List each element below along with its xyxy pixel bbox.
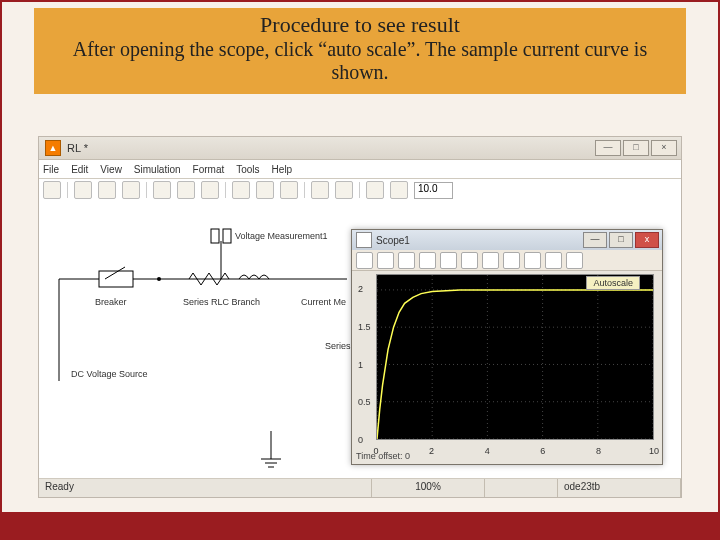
menu-file[interactable]: File — [43, 164, 59, 175]
status-bar: Ready 100% ode23tb — [39, 478, 681, 497]
zoomy-icon[interactable] — [440, 252, 457, 269]
title-line2: After opening the scope, click “auto sca… — [44, 38, 676, 84]
maximize-button[interactable]: □ — [623, 140, 649, 156]
block-dc-source[interactable]: DC Voltage Source — [71, 369, 148, 379]
restore-icon[interactable] — [503, 252, 520, 269]
x-tick: 6 — [540, 446, 545, 456]
print-icon[interactable] — [122, 181, 140, 199]
signal-select-icon[interactable] — [566, 252, 583, 269]
browser-icon[interactable] — [311, 181, 329, 199]
menu-help[interactable]: Help — [272, 164, 293, 175]
model-canvas[interactable]: Voltage Measurement1 Breaker Series RLC … — [39, 201, 681, 479]
autoscale-icon[interactable] — [461, 252, 478, 269]
menu-edit[interactable]: Edit — [71, 164, 88, 175]
y-tick: 0.5 — [358, 397, 371, 407]
cut-icon[interactable] — [153, 181, 171, 199]
scope-minimize-button[interactable]: — — [583, 232, 607, 248]
window-titlebar[interactable]: ▲ RL * — □ × — [39, 137, 681, 160]
autoscale-tooltip: Autoscale — [586, 276, 640, 290]
scope-maximize-button[interactable]: □ — [609, 232, 633, 248]
y-tick: 0 — [358, 435, 363, 445]
block-series[interactable]: Series — [325, 341, 351, 351]
menu-tools[interactable]: Tools — [236, 164, 259, 175]
save-scope-icon[interactable] — [482, 252, 499, 269]
block-voltage-measurement[interactable]: Voltage Measurement1 — [235, 231, 328, 241]
scope-icon — [356, 232, 372, 248]
x-tick: 8 — [596, 446, 601, 456]
svg-point-3 — [157, 277, 161, 281]
scope-close-button[interactable]: x — [635, 232, 659, 248]
model-explorer-icon[interactable] — [335, 181, 353, 199]
scope-plot[interactable] — [376, 274, 654, 440]
scope-time-offset: Time offset: 0 — [356, 451, 410, 461]
new-icon[interactable] — [43, 181, 61, 199]
block-breaker[interactable]: Breaker — [95, 297, 127, 307]
x-tick: 4 — [485, 446, 490, 456]
status-zoom: 100% — [372, 479, 485, 497]
open-icon[interactable] — [74, 181, 92, 199]
x-tick: 2 — [429, 446, 434, 456]
svg-rect-1 — [99, 271, 133, 287]
up-icon[interactable] — [280, 181, 298, 199]
y-tick: 1 — [358, 360, 363, 370]
scope-titlebar[interactable]: Scope1 — □ x — [352, 230, 662, 250]
close-button[interactable]: × — [651, 140, 677, 156]
window-title: RL * — [67, 142, 88, 154]
x-tick: 0 — [373, 446, 378, 456]
slide-title: Procedure to see result After opening th… — [34, 8, 686, 94]
back-icon[interactable] — [232, 181, 250, 199]
scope-window[interactable]: Scope1 — □ x — [351, 229, 663, 465]
paste-icon[interactable] — [201, 181, 219, 199]
copy-icon[interactable] — [177, 181, 195, 199]
menu-simulation[interactable]: Simulation — [134, 164, 181, 175]
menu-view[interactable]: View — [100, 164, 122, 175]
float-icon[interactable] — [524, 252, 541, 269]
svg-rect-6 — [223, 229, 231, 243]
simulink-window: ▲ RL * — □ × File Edit View Simulation F… — [38, 136, 682, 498]
block-rlc[interactable]: Series RLC Branch — [183, 297, 260, 307]
toolbar: 10.0 — [39, 179, 681, 202]
params-icon[interactable] — [377, 252, 394, 269]
scope-title: Scope1 — [376, 235, 410, 246]
plot-svg — [377, 275, 653, 439]
save-icon[interactable] — [98, 181, 116, 199]
minimize-button[interactable]: — — [595, 140, 621, 156]
menu-bar: File Edit View Simulation Format Tools H… — [39, 160, 681, 179]
slide-footer — [2, 512, 718, 538]
print-icon[interactable] — [356, 252, 373, 269]
run-icon[interactable] — [366, 181, 384, 199]
lock-icon[interactable] — [545, 252, 562, 269]
scope-toolbar — [352, 250, 662, 271]
status-ready: Ready — [39, 479, 372, 497]
stop-icon[interactable] — [390, 181, 408, 199]
stop-time-field[interactable]: 10.0 — [414, 182, 453, 199]
fwd-icon[interactable] — [256, 181, 274, 199]
menu-format[interactable]: Format — [193, 164, 225, 175]
block-current-measurement[interactable]: Current Me — [301, 297, 346, 307]
y-tick: 2 — [358, 284, 363, 294]
y-tick: 1.5 — [358, 322, 371, 332]
zoom-icon[interactable] — [398, 252, 415, 269]
svg-rect-5 — [211, 229, 219, 243]
x-tick: 10 — [649, 446, 659, 456]
zoomx-icon[interactable] — [419, 252, 436, 269]
title-line1: Procedure to see result — [44, 12, 676, 38]
matlab-icon: ▲ — [45, 140, 61, 156]
status-solver: ode23tb — [558, 479, 681, 497]
